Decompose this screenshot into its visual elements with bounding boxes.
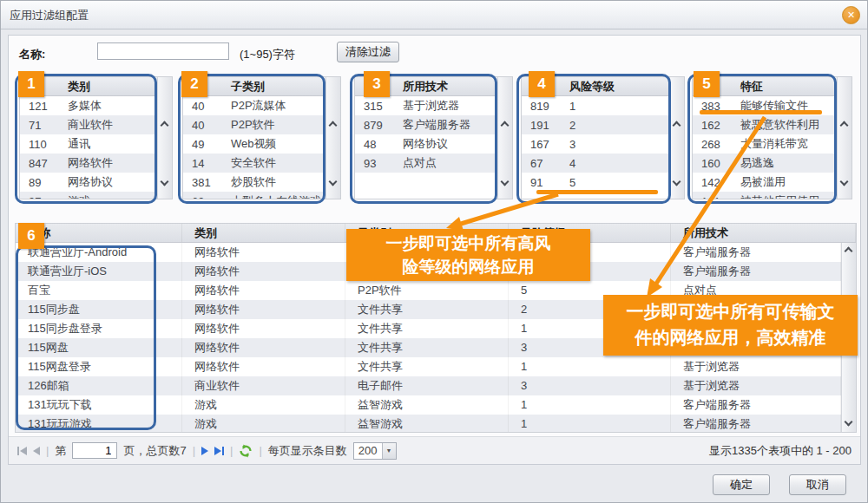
cancel-button[interactable]: 取消 xyxy=(789,474,846,495)
filter-row[interactable]: 93点对点 xyxy=(355,154,497,173)
filter-row-label: 网络软件 xyxy=(68,155,157,171)
filter-row[interactable]: 69大型多人在线游戏 xyxy=(183,192,326,199)
filter-row-label: 大量消耗带宽 xyxy=(740,136,837,152)
filter-row[interactable]: 1673 xyxy=(522,134,669,154)
filter-row-label: 基于浏览器 xyxy=(403,98,497,114)
refresh-button[interactable] xyxy=(239,444,253,458)
filter-row[interactable]: 48网络协议 xyxy=(355,134,497,154)
name-input[interactable] xyxy=(97,42,229,60)
name-length-hint: (1~95)字符 xyxy=(240,47,295,62)
filter-row-count: 69 xyxy=(192,195,231,199)
table-cell: 3 xyxy=(509,376,671,395)
table-cell: 益智游戏 xyxy=(345,415,509,432)
filter-row[interactable]: 49Web视频 xyxy=(183,134,326,154)
filter-row-count: 381 xyxy=(192,176,231,189)
filter-row[interactable]: 71商业软件 xyxy=(20,115,157,134)
per-page-value: 200 xyxy=(354,444,382,457)
filter-row[interactable]: 383能够传输文件 xyxy=(693,96,837,115)
table-cell: 联通营业厅-iOS xyxy=(16,262,182,281)
filter-row[interactable]: 161被其他应用使用 xyxy=(693,192,837,199)
filter-row[interactable]: 14安全软件 xyxy=(183,154,326,173)
table-row[interactable]: 115网盘登录网络软件文件共享1基于浏览器 xyxy=(16,357,841,376)
scrollbar[interactable] xyxy=(837,77,852,199)
scroll-up-icon[interactable] xyxy=(161,121,169,130)
close-button[interactable]: ✕ xyxy=(842,6,860,24)
filter-row[interactable]: 40P2P软件 xyxy=(183,115,326,134)
table-row[interactable]: 131玩玩游戏游戏益智游戏1客户端服务器 xyxy=(16,415,841,432)
filter-row[interactable]: 121多媒体 xyxy=(20,96,157,115)
filter-row-label: 商业软件 xyxy=(68,117,157,133)
scroll-up-icon[interactable] xyxy=(845,247,853,256)
dropdown-arrow-icon: ▼ xyxy=(382,443,396,459)
table-cell: 网络软件 xyxy=(182,338,345,357)
scroll-down-icon[interactable] xyxy=(840,178,849,186)
table-row[interactable]: 126邮箱商业软件电子邮件3基于浏览器 xyxy=(16,376,841,395)
first-page-icon xyxy=(20,447,27,455)
table-cell: 文件共享 xyxy=(345,338,509,357)
scrollbar[interactable] xyxy=(669,77,684,199)
clear-filter-button[interactable]: 清除过滤 xyxy=(337,42,399,62)
filter-row-count: 161 xyxy=(701,195,740,199)
filter-row-count: 67 xyxy=(530,157,569,170)
scroll-up-icon[interactable] xyxy=(329,121,338,130)
filter-row[interactable]: 381炒股软件 xyxy=(183,173,326,192)
callout-risk: 一步即可选中所有高风 险等级的网络应用 xyxy=(346,229,590,281)
last-page-button[interactable] xyxy=(214,447,224,455)
previous-page-button[interactable] xyxy=(33,447,40,455)
scroll-up-icon[interactable] xyxy=(501,121,510,130)
filter-row[interactable]: 1912 xyxy=(522,115,669,134)
callout-risk-line1: 一步即可选中所有高风 xyxy=(346,232,590,255)
scroll-up-icon[interactable] xyxy=(840,121,849,130)
table-cell: P2P软件 xyxy=(345,281,509,300)
table-cell: 1 xyxy=(509,395,671,415)
filter-row-label: 游戏 xyxy=(68,193,157,199)
filter-row[interactable]: 97游戏 xyxy=(20,192,157,199)
filter-row-count: 191 xyxy=(530,119,569,132)
filter-row[interactable]: 110通讯 xyxy=(20,134,157,154)
table-row[interactable]: 131玩玩下载游戏益智游戏1客户端服务器 xyxy=(16,395,841,415)
filter-row[interactable]: 268大量消耗带宽 xyxy=(693,134,837,154)
first-page-button[interactable] xyxy=(17,447,27,455)
table-cell: 网络软件 xyxy=(182,319,345,338)
filter-row[interactable]: 162被恶意软件利用 xyxy=(693,115,837,134)
filter-row-label: 大型多人在线游戏 xyxy=(231,193,326,199)
scroll-down-icon[interactable] xyxy=(161,178,169,186)
filter-row[interactable]: 8191 xyxy=(522,96,669,115)
filter-row-count: 49 xyxy=(192,138,231,151)
filter-row[interactable]: 89网络协议 xyxy=(20,173,157,192)
page-number-input[interactable] xyxy=(72,442,117,459)
name-label: 名称: xyxy=(19,47,45,62)
filter-row-label: P2P流媒体 xyxy=(231,98,326,114)
scrollbar[interactable] xyxy=(157,77,172,199)
scroll-up-icon[interactable] xyxy=(673,121,681,130)
filter-row[interactable]: 315基于浏览器 xyxy=(355,96,497,115)
filter-row-count: 89 xyxy=(29,176,68,189)
filter-row[interactable]: 915 xyxy=(522,173,669,192)
filter-row[interactable]: 879客户端服务器 xyxy=(355,115,497,134)
scroll-down-icon[interactable] xyxy=(673,178,681,186)
filter-row[interactable]: 847网络软件 xyxy=(20,154,157,173)
table-header-category: 类别 xyxy=(182,224,345,242)
table-cell: 网络软件 xyxy=(182,300,345,319)
filter-row[interactable]: 160易逃逸 xyxy=(693,154,837,173)
filter-row[interactable]: 674 xyxy=(522,154,669,173)
scroll-down-icon[interactable] xyxy=(501,178,510,186)
scrollbar[interactable] xyxy=(326,77,340,199)
filter-row-label: 1 xyxy=(569,100,669,113)
filter-row[interactable]: 40P2P流媒体 xyxy=(183,96,326,115)
scroll-down-icon[interactable] xyxy=(329,178,338,186)
scroll-down-icon[interactable] xyxy=(845,418,853,427)
table-cell: 商业软件 xyxy=(182,376,345,395)
scrollbar[interactable] xyxy=(497,77,512,199)
next-page-button[interactable] xyxy=(201,447,208,455)
per-page-select[interactable]: 200 ▼ xyxy=(353,442,397,460)
table-cell: 1 xyxy=(509,415,671,432)
annotation-badge-5: 5 xyxy=(694,71,720,97)
filter-row-count: 160 xyxy=(701,157,740,170)
filter-row[interactable]: 142易被滥用 xyxy=(693,173,837,192)
filter-row-label: P2P软件 xyxy=(231,117,326,133)
ok-button[interactable]: 确定 xyxy=(713,474,770,495)
table-cell: 基于浏览器 xyxy=(671,376,841,395)
filter-row-label: 被恶意软件利用 xyxy=(740,117,837,133)
filter-row-count: 162 xyxy=(701,119,740,132)
